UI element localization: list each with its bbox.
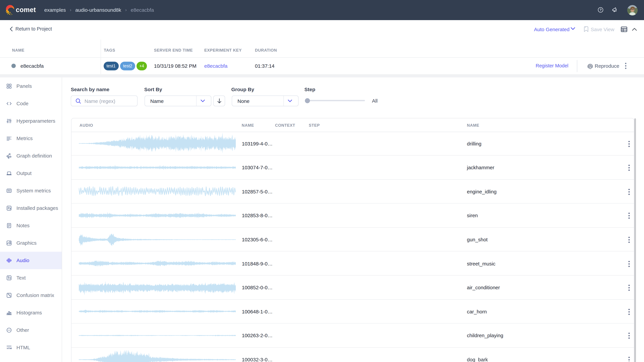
svg-text:?: ? xyxy=(600,8,602,12)
svg-text:Py: Py xyxy=(8,207,11,210)
svg-text:HTML: HTML xyxy=(7,347,12,350)
